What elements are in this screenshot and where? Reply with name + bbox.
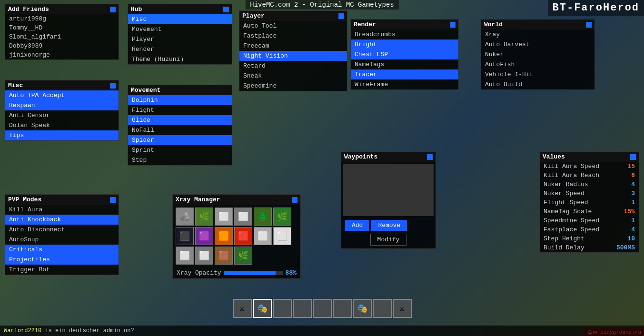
opacity-bar-track[interactable] [224, 271, 283, 275]
player-item[interactable]: Retard [239, 61, 347, 71]
values-value[interactable]: 15% [624, 208, 635, 215]
values-value[interactable]: 500MS [616, 244, 635, 251]
misc-item[interactable]: Anti Censor [5, 110, 119, 120]
pvp-item[interactable]: Auto Disconnect [5, 225, 119, 235]
world-item[interactable]: Vehicle 1-Hit [481, 69, 594, 79]
hotbar-slot[interactable]: ⚔️ [233, 299, 252, 318]
hub-tab-item[interactable]: Player [128, 34, 232, 44]
player-item[interactable]: Sneak [239, 71, 347, 81]
misc-item[interactable]: Tips [5, 130, 119, 140]
xray-block[interactable]: ⬜ [234, 208, 252, 226]
add-waypoint-button[interactable]: Add [345, 220, 369, 231]
world-item[interactable]: Xray [481, 30, 594, 40]
xray-block[interactable]: 🟫 [215, 247, 233, 265]
movement-item[interactable]: Spider [128, 135, 232, 145]
hotbar-slot[interactable] [293, 299, 312, 318]
player-item[interactable]: Night Vision [239, 51, 347, 61]
hotbar-slot[interactable]: 🎭 [353, 299, 372, 318]
chat-player-name: Warlord2210 [4, 327, 41, 334]
render-item[interactable]: WireFrame [351, 79, 458, 89]
friend-item[interactable]: Slomi_algifari [5, 32, 119, 41]
misc-item[interactable]: Auto TPA Accept [5, 90, 119, 100]
xray-dot [292, 197, 297, 203]
pvp-item[interactable]: Projectiles [5, 255, 119, 265]
hub-tab-item[interactable]: Theme (Huzuni) [128, 54, 232, 64]
values-value[interactable]: 3 [631, 190, 635, 197]
hub-panel: Hub MiscMovementPlayerRenderTheme (Huzun… [128, 4, 232, 65]
pvp-item[interactable]: Anti Knockback [5, 215, 119, 225]
render-item[interactable]: NameTags [351, 59, 458, 69]
hotbar-slot[interactable] [373, 299, 392, 318]
xray-block[interactable]: 🪨 [176, 208, 194, 226]
render-item[interactable]: Bright [351, 40, 458, 49]
misc-item[interactable]: Dolan Speak [5, 120, 119, 130]
player-item[interactable]: Freecam [239, 41, 347, 51]
xray-block[interactable]: 🌲 [254, 208, 272, 226]
world-item[interactable]: Auto Build [481, 79, 594, 89]
xray-block[interactable]: ⬜ [273, 227, 291, 245]
pvp-item[interactable]: Trigger Bot [5, 265, 119, 275]
hotbar-slot[interactable] [273, 299, 292, 318]
xray-block[interactable]: 🌿 [273, 208, 291, 226]
hotbar: ⚔️ 🎭 🎭 ⚔️ [233, 299, 412, 318]
movement-item[interactable]: Glide [128, 115, 232, 125]
xray-block[interactable]: ⬜ [254, 227, 272, 245]
movement-item[interactable]: NoFall [128, 125, 232, 135]
movement-item[interactable]: Sprint [128, 145, 232, 155]
movement-items: DolphinFlightGlideNoFallSpiderSprintStep [128, 95, 232, 165]
xray-block[interactable]: ⬜ [215, 208, 233, 226]
values-value[interactable]: 1 [631, 199, 635, 206]
modify-waypoint-button[interactable]: Modify [370, 234, 407, 246]
friend-item[interactable]: jinixonorge [5, 50, 119, 59]
values-value[interactable]: 4 [631, 181, 635, 188]
hub-tab-item[interactable]: Misc [128, 14, 232, 24]
player-item[interactable]: Fastplace [239, 31, 347, 41]
values-row: Speedmine Speed1 [540, 216, 639, 225]
player-item[interactable]: Auto Tool [239, 21, 347, 31]
render-item[interactable]: Chest ESP [351, 49, 458, 59]
pvp-item[interactable]: Criticals [5, 245, 119, 255]
hotbar-slot[interactable]: ⚔️ [393, 299, 412, 318]
movement-item[interactable]: Flight [128, 105, 232, 115]
pvp-item[interactable]: Kill Aura [5, 205, 119, 215]
values-value[interactable]: 4 [631, 226, 635, 233]
values-label: Nuker Radius [544, 181, 588, 188]
remove-waypoint-button[interactable]: Remove [371, 220, 407, 231]
hub-tab-item[interactable]: Movement [128, 24, 232, 34]
friend-item[interactable]: artur1998g [5, 14, 119, 23]
hotbar-slot[interactable] [313, 299, 332, 318]
friend-item[interactable]: Tommy__HD [5, 23, 119, 32]
friend-item[interactable]: Dobby3939 [5, 41, 119, 50]
values-label: NameTag Scale [544, 208, 592, 215]
xray-block[interactable]: 🟪 [195, 227, 213, 245]
values-value[interactable]: 10 [627, 235, 635, 242]
values-dot [630, 154, 636, 160]
pvp-item[interactable]: AutoSoup [5, 235, 119, 245]
misc-item[interactable]: Respawn [5, 100, 119, 110]
xray-block[interactable]: ⬜ [176, 247, 194, 265]
hotbar-slot[interactable] [333, 299, 352, 318]
world-item[interactable]: Auto Harvest [481, 40, 594, 49]
movement-item[interactable]: Dolphin [128, 95, 232, 105]
chat-line: Warlord2210 is ein deutscher admin on? [4, 327, 640, 334]
values-value[interactable]: 15 [627, 163, 635, 170]
xray-block[interactable]: 🟥 [234, 227, 252, 245]
player-item[interactable]: Speedmine [239, 81, 347, 91]
hub-tab-item[interactable]: Render [128, 44, 232, 54]
xray-block[interactable]: 🌿 [234, 247, 252, 265]
hotbar-slot[interactable]: 🎭 [253, 299, 272, 318]
render-item[interactable]: Tracer [351, 69, 458, 79]
values-label: Speedmine Speed [544, 217, 599, 224]
xray-block[interactable]: 🟧 [215, 227, 233, 245]
world-item[interactable]: Nuker [481, 49, 594, 59]
xray-block[interactable]: ⬛ [176, 227, 194, 245]
world-item[interactable]: AutoFish [481, 59, 594, 69]
misc-items: Auto TPA AcceptRespawnAnti CensorDolan S… [5, 90, 119, 140]
movement-item[interactable]: Step [128, 155, 232, 165]
hub-tabs: MiscMovementPlayerRenderTheme (Huzuni) [128, 14, 232, 64]
values-value[interactable]: 1 [631, 217, 635, 224]
values-value[interactable]: 6 [631, 172, 635, 179]
render-item[interactable]: Breadcrumbs [351, 30, 458, 40]
xray-block[interactable]: 🌿 [195, 208, 213, 226]
xray-block[interactable]: ⬜ [195, 247, 213, 265]
